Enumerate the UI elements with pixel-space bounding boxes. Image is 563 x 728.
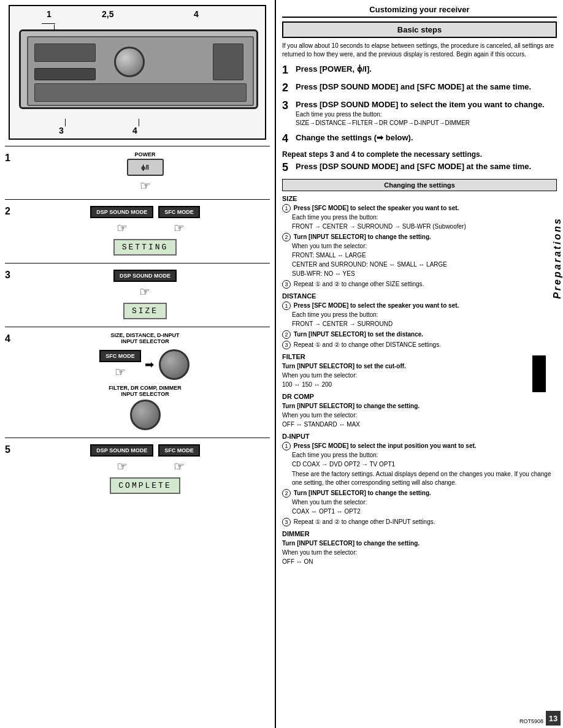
- right-step-2: 2 Press [DSP SOUND MODE] and [SFC MODE] …: [282, 82, 557, 94]
- right-step2-num: 2: [282, 82, 296, 94]
- step3-num: 3: [5, 268, 17, 281]
- right-panel: Customizing your receiver Basic steps If…: [276, 0, 563, 728]
- hand-icon-3: ☞: [139, 284, 150, 299]
- size-heading: SIZE: [282, 195, 557, 202]
- dist-circle-2: 2: [282, 330, 291, 339]
- left-step-2: 2 DSP SOUND MODE ☞ SFC MODE ☞ SETTING: [5, 199, 270, 263]
- right-step2-text: Press [DSP SOUND MODE] and [SFC MODE] at…: [296, 82, 531, 93]
- diag-label-4-bot: 4: [132, 126, 137, 135]
- left-step-4: 4 SIZE, DISTANCE, D-INPUT INPUT SELECTOR…: [5, 327, 270, 438]
- distance-item1: 1 Press [SFC MODE] to select the speaker…: [282, 301, 557, 328]
- dinput-heading: D-INPUT: [282, 433, 557, 440]
- drcomp-heading: DR COMP: [282, 393, 557, 400]
- dinput-circle-3: 3: [282, 518, 291, 526]
- left-panel: 1 2,5 4 3 4 1: [0, 0, 276, 728]
- display-complete: COMPLETE: [110, 477, 180, 494]
- sfc-mode-btn-4[interactable]: SFC MODE: [99, 350, 141, 362]
- input-selector-label: INPUT SELECTOR: [121, 338, 169, 344]
- intro-text: If you allow about 10 seconds to elapse …: [282, 42, 557, 59]
- step2-num: 2: [5, 205, 17, 217]
- dinput-note: These are the factory settings. Actual d…: [292, 470, 557, 487]
- size-distance-label: SIZE, DISTANCE, D-INPUT: [111, 332, 180, 338]
- hand-icon-1: ☞: [140, 178, 151, 193]
- size-circle-3: 3: [282, 280, 291, 289]
- dinput-item2: 2 Turn [INPUT SELECTOR] to change the se…: [282, 488, 557, 516]
- step2-content: DSP SOUND MODE ☞ SFC MODE ☞ SETTING: [20, 205, 270, 258]
- drcomp-text: Turn [INPUT SELECTOR] to change the sett…: [282, 401, 557, 429]
- right-step3-text: Press [DSP SOUND MODE] to select the ite…: [296, 99, 545, 127]
- hand-icon-2b: ☞: [174, 221, 185, 235]
- input-selector-knob[interactable]: [159, 349, 190, 380]
- changing-settings-box: Changing the settings: [282, 179, 557, 191]
- doc-code: ROT5908: [519, 718, 543, 724]
- left-step-1: 1 POWER ϕ/I ☞: [5, 146, 270, 199]
- step5-content: DSP SOUND MODE ☞ SFC MODE ☞ COMPLETE: [20, 443, 270, 496]
- dsp-sound-mode-btn-2[interactable]: DSP SOUND MODE: [90, 206, 153, 218]
- basic-steps-box: Basic steps: [282, 21, 557, 38]
- receiver-diagram: 1 2,5 4 3 4: [9, 5, 266, 140]
- distance-heading: DISTANCE: [282, 292, 557, 300]
- right-step-1: 1 Press [POWER, ϕ/I].: [282, 64, 557, 77]
- size-item3: 3 Repeat ① and ② to change other SIZE se…: [282, 279, 557, 289]
- black-decoration-block: [532, 355, 546, 392]
- left-step-5: 5 DSP SOUND MODE ☞ SFC MODE ☞ COMPLETE: [5, 438, 270, 501]
- right-step5-text: Press [DSP SOUND MODE] and [SFC MODE] at…: [296, 161, 531, 172]
- input-selector-knob-2[interactable]: [130, 400, 161, 430]
- size-circle-1: 1: [282, 204, 291, 213]
- step1-num: 1: [5, 151, 17, 164]
- right-step-5: 5 Press [DSP SOUND MODE] and [SFC MODE] …: [282, 161, 557, 174]
- distance-item2: 2 Turn [INPUT SELECTOR] to set the dista…: [282, 330, 557, 339]
- power-label: POWER: [134, 151, 155, 157]
- filter-text: Turn [INPUT SELECTOR] to set the cut-off…: [282, 362, 557, 389]
- arrow-right-4: ➡: [145, 358, 154, 371]
- left-step-3: 3 DSP SOUND MODE ☞ SIZE: [5, 263, 270, 327]
- dist-circle-3: 3: [282, 341, 291, 349]
- right-step4-num: 4: [282, 132, 296, 145]
- dinput-item3: 3 Repeat ① and ② to change other D-INPUT…: [282, 517, 557, 526]
- diag-label-1: 1: [47, 9, 52, 19]
- right-step1-text: Press [POWER, ϕ/I].: [296, 64, 372, 75]
- sfc-mode-btn-5[interactable]: SFC MODE: [158, 444, 200, 457]
- input-selector-label-2: INPUT SELECTOR: [121, 391, 169, 397]
- dimmer-heading: DIMMER: [282, 530, 557, 537]
- step3-sequence: SIZE→DISTANCE→FILTER→DR COMP→D-INPUT→DIM…: [296, 119, 545, 127]
- filter-dr-label: FILTER, DR COMP, DIMMER: [109, 385, 182, 391]
- dinput-circle-1: 1: [282, 442, 291, 450]
- filter-heading: FILTER: [282, 353, 557, 360]
- dsp-sound-mode-btn-5[interactable]: DSP SOUND MODE: [90, 444, 153, 457]
- step4-content: SIZE, DISTANCE, D-INPUT INPUT SELECTOR S…: [20, 332, 270, 433]
- hand-icon-5b: ☞: [174, 459, 185, 474]
- hand-icon-5a: ☞: [117, 459, 128, 474]
- size-circle-2: 2: [282, 233, 291, 241]
- preparations-label: Preparations: [552, 214, 563, 301]
- size-item1: 1 Press [SFC MODE] to select the speaker…: [282, 203, 557, 231]
- step5-num: 5: [5, 443, 17, 455]
- display-size: SIZE: [123, 303, 167, 319]
- dist-circle-1: 1: [282, 301, 291, 310]
- display-setting: SETTING: [113, 239, 177, 256]
- diag-label-3: 3: [59, 126, 64, 135]
- page-number: 13: [546, 711, 561, 726]
- size-item2: 2 Turn [INPUT SELECTOR] to change the se…: [282, 232, 557, 278]
- dsp-sound-mode-btn-3[interactable]: DSP SOUND MODE: [113, 270, 177, 282]
- step4-num: 4: [5, 332, 17, 344]
- right-step-4: 4 Change the settings (➡ below).: [282, 132, 557, 145]
- hand-icon-4: ☞: [115, 365, 126, 379]
- step1-content: POWER ϕ/I ☞: [20, 151, 270, 194]
- right-step4-text: Change the settings (➡ below).: [296, 132, 413, 143]
- right-step3-num: 3: [282, 99, 296, 112]
- dimmer-text: Turn [INPUT SELECTOR] to change the sett…: [282, 539, 557, 566]
- sfc-mode-btn-2[interactable]: SFC MODE: [158, 206, 200, 218]
- dinput-circle-2: 2: [282, 489, 291, 498]
- right-step-3: 3 Press [DSP SOUND MODE] to select the i…: [282, 99, 557, 127]
- step3-content: DSP SOUND MODE ☞ SIZE: [20, 268, 270, 322]
- diag-label-4-top: 4: [194, 9, 199, 19]
- repeat-note: Repeat steps 3 and 4 to complete the nec…: [282, 150, 557, 159]
- right-step5-num: 5: [282, 161, 296, 174]
- hand-icon-2a: ☞: [117, 221, 128, 235]
- distance-item3: 3 Repeat ① and ② to change other DISTANC…: [282, 340, 557, 349]
- page-title: Customizing your receiver: [282, 5, 557, 18]
- right-step1-num: 1: [282, 64, 296, 77]
- step3-sub: Each time you press the button:: [296, 110, 545, 119]
- dinput-item1: 1 Press [SFC MODE] to select the input p…: [282, 441, 557, 469]
